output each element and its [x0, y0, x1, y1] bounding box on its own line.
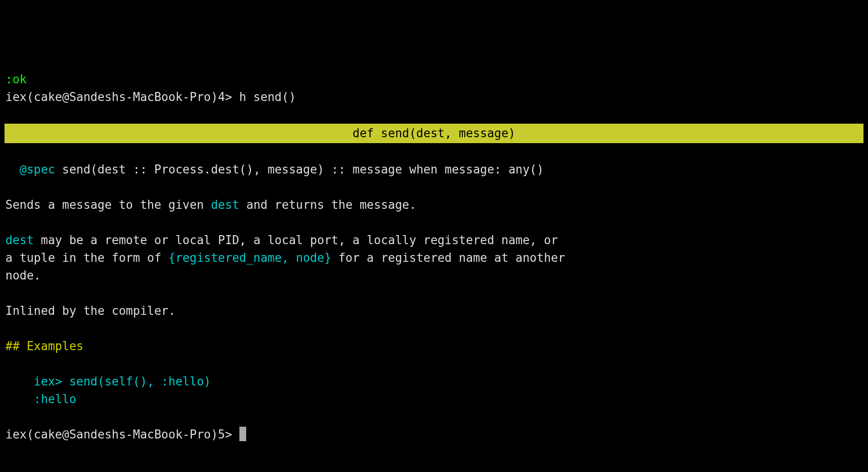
blank-line: [5, 320, 863, 337]
desc-line-4: node.: [5, 267, 863, 284]
desc-text: for a registered name at another: [331, 251, 565, 265]
help-signature-banner: def send(dest, message): [5, 124, 863, 143]
blank-line: [5, 408, 863, 426]
blank-line: [5, 106, 863, 124]
spec-line: @spec send(dest :: Process.dest(), messa…: [5, 161, 863, 178]
prompt-prefix: iex(cake@Sandeshs-MacBook-Pro)5>: [5, 428, 239, 441]
blank-line: [5, 284, 863, 302]
prompt-line-5[interactable]: iex(cake@Sandeshs-MacBook-Pro)5>: [5, 426, 863, 443]
desc-inline-code: {registered_name, node}: [168, 251, 331, 265]
desc-text: a tuple in the form of: [5, 251, 168, 265]
desc-line-1: Sends a message to the given dest and re…: [5, 196, 863, 214]
desc-inline-code: dest: [5, 233, 34, 247]
terminal-output[interactable]: :okiex(cake@Sandeshs-MacBook-Pro)4> h se…: [0, 71, 868, 449]
blank-line: [5, 143, 863, 161]
examples-heading: ## Examples: [5, 337, 863, 355]
desc-line-2: dest may be a remote or local PID, a loc…: [5, 231, 863, 249]
blank-line: [5, 214, 863, 231]
desc-text: and returns the message.: [239, 198, 416, 212]
prompt-line-4: iex(cake@Sandeshs-MacBook-Pro)4> h send(…: [5, 88, 863, 106]
example-code-line-2: :hello: [5, 390, 863, 408]
desc-inline-code: dest: [211, 198, 239, 212]
example-code-line-1: iex> send(self(), :hello): [5, 373, 863, 390]
desc-text: Sends a message to the given: [5, 198, 211, 212]
spec-indent: [5, 163, 19, 176]
spec-keyword: @spec: [19, 163, 55, 176]
partial-output-line: :ok: [5, 71, 863, 88]
prompt-prefix: iex(cake@Sandeshs-MacBook-Pro)4>: [5, 90, 239, 104]
prompt-command: h send(): [239, 90, 296, 104]
blank-line: [5, 178, 863, 196]
desc-line-3: a tuple in the form of {registered_name,…: [5, 249, 863, 267]
blank-line: [5, 355, 863, 373]
cursor[interactable]: [239, 427, 246, 441]
inlined-line: Inlined by the compiler.: [5, 302, 863, 320]
desc-text: may be a remote or local PID, a local po…: [34, 233, 558, 247]
spec-body: send(dest :: Process.dest(), message) ::…: [55, 163, 544, 176]
